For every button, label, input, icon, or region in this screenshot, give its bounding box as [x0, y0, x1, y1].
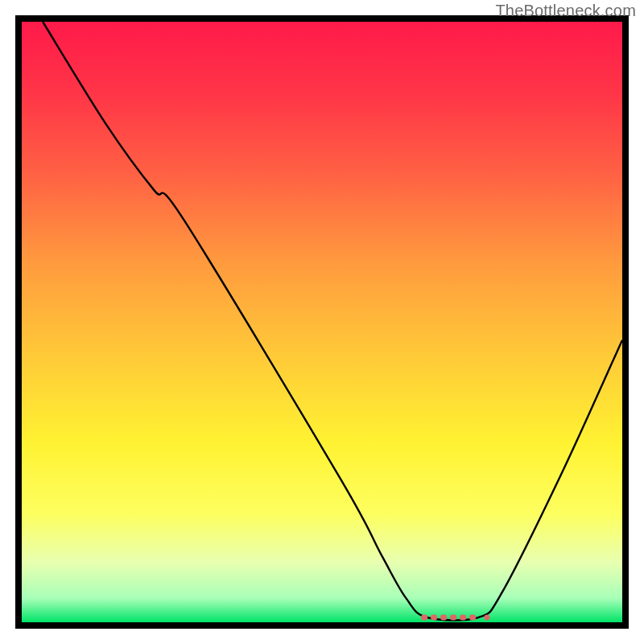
svg-rect-3 [450, 615, 456, 621]
svg-point-6 [484, 615, 489, 621]
watermark-text: TheBottleneck.com [495, 2, 636, 20]
svg-rect-5 [469, 615, 476, 621]
chart-container: TheBottleneck.com [0, 0, 644, 644]
svg-rect-4 [460, 615, 466, 621]
bottleneck-chart [0, 0, 644, 644]
svg-rect-1 [431, 615, 437, 621]
svg-rect-2 [440, 615, 447, 621]
svg-rect-0 [421, 615, 427, 621]
